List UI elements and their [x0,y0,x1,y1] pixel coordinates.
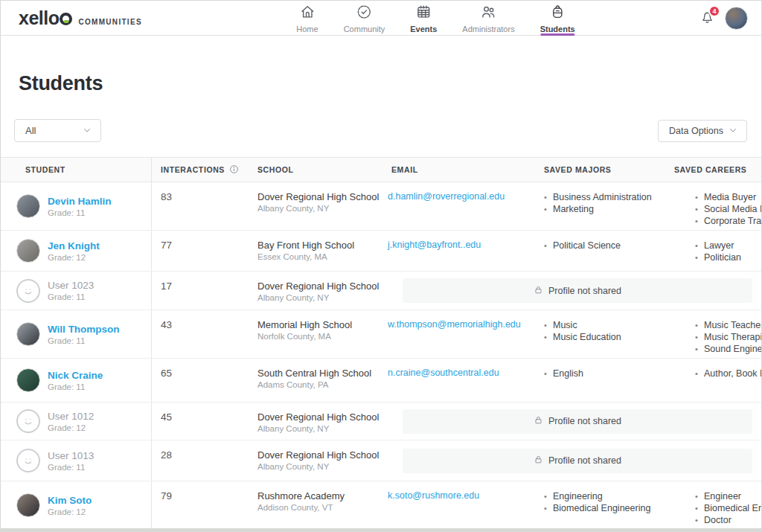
table-row: Kim Soto Grade: 12 79 Rushmore Academy A… [1,481,761,530]
school-location: Albany County, NY [257,204,380,213]
lock-icon [534,455,543,467]
profile-not-shared-label: Profile not shared [548,416,621,426]
student-email-link[interactable]: w.thompson@memorialhigh.edu [380,319,533,355]
detail-cell: Profile not shared [380,440,761,481]
profile-not-shared-chip: Profile not shared [403,278,752,303]
list-item: Engineering [544,490,670,502]
nav-item-students[interactable]: Students [528,1,588,36]
school-cell: South Central High School Adams County, … [246,359,380,402]
data-options-label: Data Options [669,126,723,136]
account-avatar[interactable] [725,7,748,30]
home-icon [299,4,316,23]
student-name-link[interactable]: Kim Soto [48,495,92,506]
events-icon [415,4,432,23]
school-name: Dover Regional High School [257,411,380,423]
interactions-cell: 43 [152,310,246,358]
school-cell: Dover Regional High School Albany County… [246,272,380,310]
interactions-cell: 79 [152,481,246,529]
interactions-cell: 45 [152,403,246,440]
brand-logo[interactable]: xello COMMUNITIES [19,9,142,28]
student-name-link[interactable]: Will Thompson [48,324,120,335]
app-window: xello COMMUNITIES Home Community Events … [0,0,762,532]
list-item: Music Teacher [695,319,762,331]
student-identity: User 1023 Grade: 11 [48,280,94,301]
notifications-bell-button[interactable]: 4 [699,9,715,28]
list-item: Music [544,319,670,331]
saved-majors-list: English [533,368,670,399]
school-cell: Memorial High School Norfolk County, MA [246,310,380,358]
school-cell: Dover Regional High School Albany County… [246,403,380,440]
list-item: Political Science [544,240,670,251]
list-item: Biomedical Engineer [695,502,762,514]
data-options-dropdown[interactable]: Data Options [658,120,747,142]
student-identity: Will Thompson Grade: 11 [48,324,120,345]
student-name-link[interactable]: Nick Craine [48,370,103,381]
student-identity: User 1012 Grade: 12 [48,411,94,432]
student-cell: User 1012 Grade: 12 [1,403,152,440]
student-email-link[interactable]: n.craine@southcentral.edu [380,368,533,399]
nav-item-community[interactable]: Community [331,1,398,36]
list-item: Media Buyer [695,191,762,203]
list-item: Biomedical Engineering [544,502,670,514]
interactions-cell: 17 [152,272,246,310]
student-filter-dropdown[interactable]: All [14,119,101,142]
table-row: Nick Craine Grade: 11 65 South Central H… [1,359,761,403]
viewport-bottom-edge [1,528,761,531]
school-location: Albany County, NY [257,424,380,433]
student-cell: Will Thompson Grade: 11 [1,310,152,358]
list-item: English [544,368,670,379]
school-cell: Bay Front High School Essex County, MA [246,231,380,271]
avatar [16,194,40,218]
school-cell: Dover Regional High School Albany County… [246,440,380,481]
school-cell: Dover Regional High School Albany County… [246,182,380,230]
saved-careers-list: Media BuyerSocial Media ManagerCorporate… [670,191,762,227]
column-header-saved-careers: SAVED CAREERS [670,165,761,174]
nav-item-administrators[interactable]: Administrators [449,1,527,36]
table-header-row: STUDENT INTERACTIONS SCHOOL EMAIL SAVED … [1,157,761,182]
list-item: Politician [695,251,761,263]
student-email-link[interactable]: j.knight@bayfront..edu [380,240,533,268]
top-navigation-bar: xello COMMUNITIES Home Community Events … [1,1,761,36]
anonymous-avatar-icon [16,449,40,472]
notification-count-badge: 4 [708,5,720,17]
xello-logo-o-mark [60,13,72,25]
student-grade: Grade: 11 [48,208,112,217]
nav-item-home[interactable]: Home [284,1,330,36]
detail-cell: Profile not shared [380,272,761,310]
students-table: STUDENT INTERACTIONS SCHOOL EMAIL SAVED … [1,157,761,532]
column-header-saved-majors: SAVED MAJORS [533,165,670,174]
student-email-link[interactable]: k.soto@rushmore.edu [380,490,533,526]
student-identity: Kim Soto Grade: 12 [48,495,92,516]
nav-item-events[interactable]: Events [397,1,449,36]
saved-majors-list: Business AdministrationMarketing [533,191,670,227]
school-name: Dover Regional High School [257,281,380,292]
detail-cell: Profile not shared [380,403,761,440]
detail-cell: w.thompson@memorialhigh.eduMusicMusic Ed… [380,310,762,358]
column-header-interactions-label: INTERACTIONS [161,165,225,174]
profile-not-shared-label: Profile not shared [548,455,621,466]
filter-bar: All Data Options [14,119,747,142]
info-icon[interactable] [229,164,239,176]
student-name-link[interactable]: Devin Hamlin [48,196,112,207]
list-item: Social Media Manager [695,203,762,215]
student-email-link[interactable]: d.hamlin@roverregional.edu [380,191,533,227]
primary-nav: Home Community Events Administrators Stu… [284,1,587,36]
community-icon [356,4,372,23]
profile-not-shared-chip: Profile not shared [403,449,752,473]
list-item: Doctor [695,514,762,526]
anonymous-avatar-icon [16,409,40,433]
student-grade: Grade: 12 [48,253,100,262]
nav-right-section: 4 [699,1,748,36]
school-location: Adams County, PA [257,380,380,389]
profile-not-shared-label: Profile not shared [548,286,621,296]
list-item: Marketing [544,203,670,215]
school-location: Albany County, NY [257,462,380,471]
table-rows: Devin Hamlin Grade: 11 83 Dover Regional… [1,182,761,530]
chevron-down-icon [83,124,92,138]
student-name-link[interactable]: Jen Knight [48,240,100,251]
school-location: Norfolk County, MA [257,332,380,341]
administrators-icon [480,4,496,23]
list-item: Corporate Trainer [695,215,762,227]
detail-cell: n.craine@southcentral.eduEnglishAuthor, … [380,359,762,402]
column-header-email: EMAIL [380,165,533,174]
